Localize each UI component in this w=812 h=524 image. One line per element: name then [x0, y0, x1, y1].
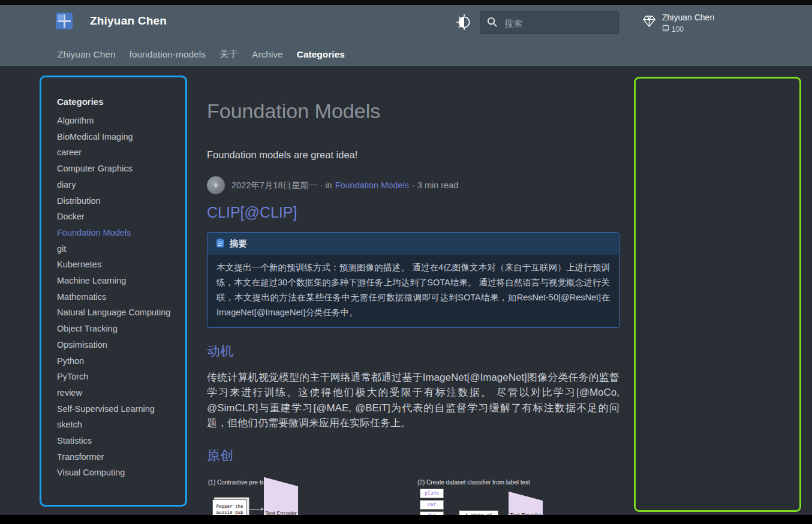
sidebar-category-sketch[interactable]: sketch	[57, 417, 183, 433]
original-heading: 原创	[207, 447, 619, 465]
top-strip	[0, 0, 812, 5]
abstract-box: 摘要 本文提出一个新的预训练方式：预测图像的描述。 通过在4亿图像文本对（来自于…	[207, 232, 619, 328]
theme-toggle-icon[interactable]	[456, 14, 472, 30]
logo-quadrant	[58, 14, 63, 20]
nav-item-关于[interactable]: 关于	[219, 48, 238, 61]
sidebar-category-docker[interactable]: Docker	[57, 209, 183, 225]
figure-caption-2: (2) Create dataset classifier from label…	[417, 479, 530, 486]
search-input[interactable]	[503, 17, 612, 29]
sidebar-category-git[interactable]: git	[57, 241, 183, 257]
motivation-paragraph: 传统计算机视觉模型的主干网络通常都通过基于ImageNet[@ImageNet]…	[207, 370, 619, 431]
sidebar-category-foundation-models[interactable]: Foundation Models	[57, 225, 183, 241]
article-subtitle: Foundation models are great idea!	[207, 149, 619, 161]
category-list: AlgorithmBioMedical ImagingcareerCompute…	[57, 113, 183, 481]
sidebar-category-review[interactable]: review	[57, 385, 183, 401]
sidebar-category-opsimisation[interactable]: Opsimisation	[57, 337, 183, 353]
motivation-heading: 动机	[207, 342, 619, 360]
main-nav: Zhiyuan Chenfoundation-models关于ArchiveCa…	[58, 48, 345, 61]
user-score: 100	[672, 25, 684, 34]
site-title[interactable]: Zhiyuan Chen	[90, 14, 167, 28]
clip-heading: CLIP[@CLIP]	[207, 204, 619, 221]
sidebar-category-machine-learning[interactable]: Machine Learning	[57, 273, 183, 289]
nav-item-archive[interactable]: Archive	[252, 49, 283, 60]
nav-item-categories[interactable]: Categories	[297, 49, 345, 60]
sidebar-category-biomedical-imaging[interactable]: BioMedical Imaging	[57, 129, 183, 145]
sidebar-category-distribution[interactable]: Distribution	[57, 193, 183, 209]
label-plane: plane	[425, 490, 439, 496]
sidebar-category-algorithm[interactable]: Algorithm	[57, 113, 183, 129]
sidebar-category-statistics[interactable]: Statistics	[57, 433, 183, 449]
label-box-plane: plane	[420, 489, 444, 498]
site-header: Zhiyuan Chen	[0, 5, 812, 66]
categories-sidebar: Categories AlgorithmBioMedical Imagingca…	[57, 97, 183, 481]
sidebar-category-career[interactable]: career	[57, 144, 183, 161]
meta-readtime: · 3 min read	[412, 180, 458, 190]
sidebar-category-visual-computing[interactable]: Visual Computing	[57, 465, 183, 481]
user-block: Zhiyuan Chen 100	[642, 13, 714, 34]
abstract-body: 本文提出一个新的预训练方式：预测图像的描述。 通过在4亿图像文本对（来自于互联网…	[207, 255, 619, 327]
page-title: Foundation Models	[207, 100, 619, 123]
sidebar-category-object-tracking[interactable]: Object Tracking	[57, 321, 183, 337]
site-logo[interactable]	[56, 13, 73, 29]
gem-icon	[642, 15, 656, 30]
sidebar-category-self-supervised-learning[interactable]: Self-Supervised Learning	[57, 401, 183, 417]
abstract-title: 摘要	[230, 238, 247, 249]
avatar: +	[207, 176, 225, 194]
browser-page: Zhiyuan Chen	[0, 0, 812, 524]
abstract-header: 摘要	[207, 233, 619, 255]
arrow-right-icon	[249, 509, 261, 510]
sidebar-category-natural-language-computing[interactable]: Natural Language Computing	[57, 305, 183, 321]
sidebar-category-python[interactable]: Python	[57, 353, 183, 369]
bottom-strip	[0, 515, 812, 524]
annotation-box-green	[634, 77, 801, 512]
category-link[interactable]: Foundation Models	[335, 180, 409, 190]
label-car: car	[428, 502, 436, 507]
sidebar-title: Categories	[57, 97, 183, 107]
sidebar-category-pytorch[interactable]: PyTorch	[57, 369, 183, 385]
header-row: Zhiyuan Chen	[0, 5, 812, 38]
meta-text: 2022年7月18日星期一 · inFoundation Models· 3 m…	[231, 180, 458, 191]
nav-item-zhiyuan-chen[interactable]: Zhiyuan Chen	[58, 49, 116, 60]
article-meta: + 2022年7月18日星期一 · inFoundation Models· 3…	[207, 176, 619, 194]
user-score-row: 100	[662, 25, 714, 34]
sidebar-category-kubernetes[interactable]: Kubernetes	[57, 257, 183, 273]
sidebar-category-mathematics[interactable]: Mathematics	[57, 289, 183, 305]
user-name: Zhiyuan Chen	[662, 13, 714, 23]
user-text: Zhiyuan Chen 100	[662, 13, 714, 34]
sidebar-category-transformer[interactable]: Transformer	[57, 449, 183, 465]
label-box-car: car	[420, 500, 444, 510]
logo-cross-vertical	[64, 14, 65, 28]
sidebar-category-computer-graphics[interactable]: Computer Graphics	[57, 161, 183, 177]
meta-date: 2022年7月18日星期一 · in	[231, 180, 332, 190]
search-icon	[487, 17, 497, 29]
article-content: Foundation Models Foundation models are …	[207, 84, 619, 522]
search-box[interactable]	[480, 11, 619, 34]
sidebar-category-diary[interactable]: diary	[57, 177, 183, 193]
nav-item-foundation-models[interactable]: foundation-models	[130, 49, 206, 60]
clipboard-icon	[216, 238, 224, 249]
wordcount-icon	[662, 25, 669, 34]
